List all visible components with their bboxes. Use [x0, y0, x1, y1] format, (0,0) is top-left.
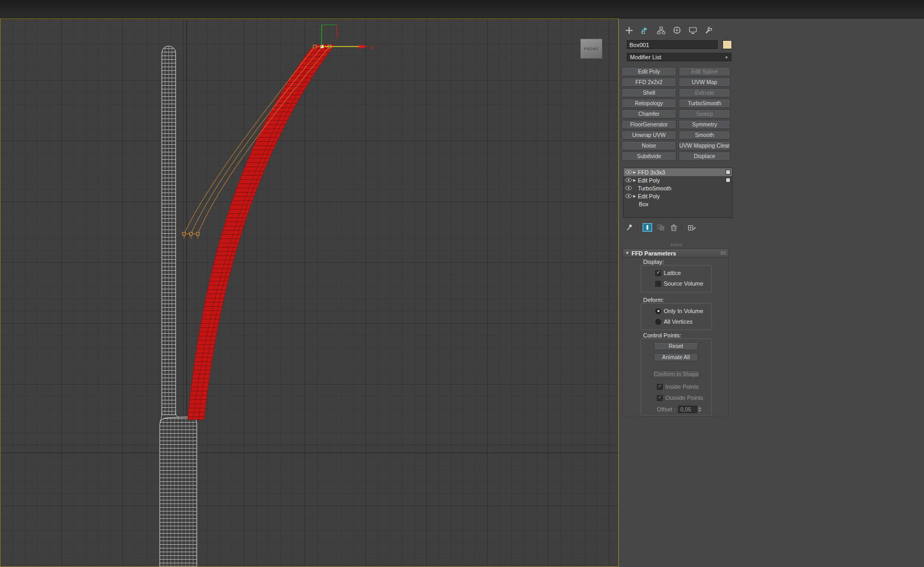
modifier-button-floorgenerator[interactable]: FloorGenerator [621, 120, 676, 129]
show-end-result-icon [644, 224, 651, 231]
ffd-parameters-rollout: ▼ FFD Parameters Display: Lattice Source [623, 249, 729, 416]
expand-arrow-icon[interactable]: ▶ [633, 178, 638, 182]
modifier-button-turbosmooth[interactable]: TurboSmooth [679, 99, 730, 108]
make-unique-button[interactable] [656, 223, 665, 232]
visibility-eye-icon[interactable] [625, 194, 633, 198]
remove-modifier-button[interactable] [669, 223, 679, 232]
display-group: Display: Lattice Source Volume [641, 259, 712, 292]
inside-points-option[interactable]: Inside Points [657, 383, 699, 390]
modifier-button-displace[interactable]: Displace [679, 152, 730, 161]
motion-tab[interactable] [672, 25, 682, 35]
viewcube-front-label: FRONT [584, 47, 599, 51]
application-window: x FRONT [0, 0, 924, 567]
expand-arrow-icon[interactable]: ▶ [633, 194, 638, 198]
object-color-swatch[interactable] [722, 40, 732, 49]
make-unique-icon [657, 224, 665, 231]
all-vertices-option[interactable]: All Vertices [655, 318, 711, 325]
modifier-stack-toolbar [625, 223, 697, 232]
outside-points-option[interactable]: Outside Points [657, 394, 703, 401]
reset-button[interactable]: Reset [654, 342, 698, 350]
stack-row-turbosmooth[interactable]: TurboSmooth [624, 184, 732, 192]
panel-scroll-grip[interactable] [671, 243, 682, 246]
ffd-control-point[interactable] [189, 232, 193, 235]
animate-all-button[interactable]: Animate All [654, 353, 698, 361]
control-points-group: Control Points: Reset Animate All Confor… [641, 332, 712, 416]
gizmo-x-arrowhead[interactable] [359, 44, 368, 49]
modify-tab[interactable] [640, 25, 650, 35]
configure-modifier-sets-button[interactable] [687, 223, 697, 232]
modifier-button-uvw-mapping-clear[interactable]: UVW Mapping Clear [679, 141, 730, 150]
front-viewport[interactable]: x FRONT [0, 19, 619, 567]
modifier-button-chamfer[interactable]: Chamfer [621, 109, 676, 118]
only-in-volume-radio[interactable] [655, 308, 661, 314]
visibility-eye-icon[interactable] [625, 186, 633, 190]
spinner-down-icon[interactable] [698, 410, 701, 412]
modifier-badge-icon[interactable] [726, 170, 730, 175]
hierarchy-tab[interactable] [656, 25, 666, 35]
conform-to-shape-button[interactable]: Conform to Shape [653, 370, 700, 378]
create-tab[interactable] [624, 25, 634, 35]
rollout-title: FFD Parameters [632, 250, 676, 257]
expand-arrow-icon[interactable]: ▶ [633, 170, 638, 175]
modifier-button-edit-poly[interactable]: Edit Poly [621, 67, 676, 76]
rollout-collapse-icon: ▼ [625, 251, 629, 255]
source-volume-checkbox[interactable] [655, 281, 661, 287]
visibility-eye-icon[interactable] [625, 178, 633, 182]
ffd-control-point[interactable] [196, 232, 199, 235]
all-vertices-radio[interactable] [655, 319, 661, 325]
selected-red-object[interactable] [188, 45, 334, 419]
stack-row-box[interactable]: Box [624, 200, 732, 208]
utilities-tab[interactable] [703, 25, 713, 35]
modify-icon [641, 26, 649, 34]
offset-spinner[interactable] [698, 407, 701, 412]
stack-row-edit-poly-bottom[interactable]: ▶ Edit Poly [624, 192, 732, 200]
visibility-eye-icon[interactable] [625, 170, 633, 175]
pin-icon [626, 224, 633, 231]
command-panel: Modifier List ▼ Edit Poly Edit Spline FF… [620, 19, 924, 567]
modifier-button-sweep[interactable]: Sweep [679, 109, 730, 118]
lattice-checkbox[interactable] [655, 270, 661, 276]
modifier-list-dropdown[interactable]: Modifier List ▼ [627, 53, 731, 61]
modifier-button-noise[interactable]: Noise [621, 141, 676, 150]
display-tab[interactable] [688, 25, 698, 35]
spinner-up-icon[interactable] [698, 407, 701, 409]
show-end-result-button[interactable] [643, 223, 652, 232]
modifier-button-ffd-2x2x2[interactable]: FFD 2x2x2 [621, 78, 676, 87]
modifier-badge-icon[interactable] [726, 178, 730, 182]
offset-value-field[interactable]: 0,05 [678, 406, 697, 413]
ffd-control-point[interactable] [313, 45, 316, 48]
viewport-canvas[interactable]: x [1, 19, 618, 566]
rollout-header[interactable]: ▼ FFD Parameters [623, 249, 729, 258]
modifier-button-uvw-map[interactable]: UVW Map [679, 78, 730, 87]
outside-points-checkbox[interactable] [657, 395, 663, 401]
pin-stack-button[interactable] [625, 223, 634, 232]
object-name-input[interactable] [627, 40, 718, 49]
stack-row-ffd-3x3x3[interactable]: ▶ FFD 3x3x3 [624, 168, 732, 176]
modifier-button-retopology[interactable]: Retopology [621, 99, 676, 108]
object-name-row [627, 40, 732, 49]
viewcube[interactable]: FRONT [580, 39, 602, 59]
offset-label: Offset : [657, 406, 675, 413]
stack-row-edit-poly-top[interactable]: ▶ Edit Poly [624, 176, 732, 184]
display-group-label: Display: [641, 259, 712, 265]
ffd-control-point-selected[interactable] [321, 45, 324, 48]
modifier-stack: ▶ FFD 3x3x3 ▶ Edit Poly TurboSmooth ▶ Ed… [623, 168, 733, 218]
source-volume-option[interactable]: Source Volume [655, 280, 711, 287]
lattice-option[interactable]: Lattice [655, 269, 711, 277]
motion-wheel-icon [673, 26, 681, 34]
modifier-button-shell[interactable]: Shell [621, 88, 676, 97]
only-in-volume-option[interactable]: Only In Volume [655, 307, 711, 315]
inside-points-checkbox[interactable] [657, 384, 663, 390]
modifier-button-subdivide[interactable]: Subdivide [621, 152, 676, 161]
modifier-button-extrude[interactable]: Extrude [679, 88, 730, 97]
modifier-button-edit-spline[interactable]: Edit Spline [679, 67, 730, 76]
modifier-button-unwrap-uvw[interactable]: Unwrap UVW [621, 131, 676, 140]
deform-group-label: Deform: [641, 297, 712, 303]
modifier-button-smooth[interactable]: Smooth [679, 131, 730, 140]
ffd-control-point[interactable] [182, 232, 186, 235]
wireframe-pole-object[interactable] [160, 46, 197, 566]
modifier-button-symmetry[interactable]: Symmetry [679, 120, 730, 129]
transform-gizmo[interactable]: x [322, 25, 373, 50]
stack-row-label: Box [639, 201, 732, 207]
deform-group: Deform: Only In Volume All Vertices [641, 297, 712, 330]
